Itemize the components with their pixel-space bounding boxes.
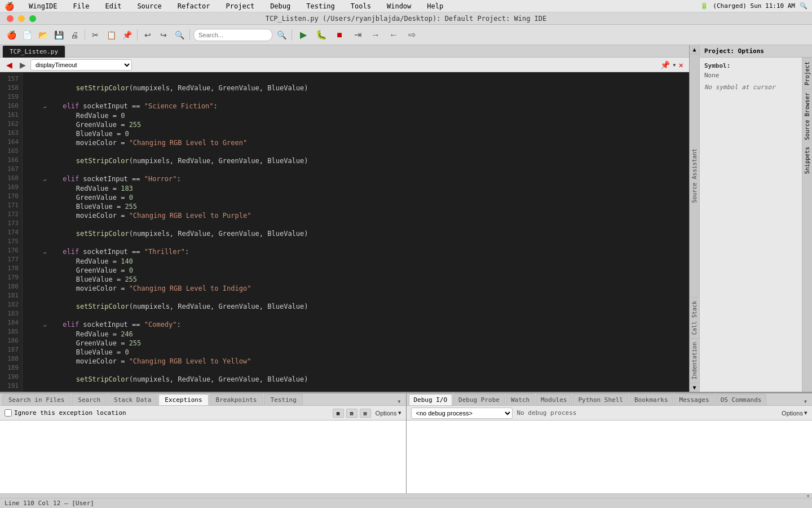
debug-options-chevron-icon: ▾ — [804, 409, 807, 417]
menu-debug[interactable]: Debug — [267, 1, 294, 11]
vtab-call-stack[interactable]: Call Stack — [690, 297, 699, 338]
chevron-down-icon[interactable]: ▾ — [672, 61, 676, 69]
menu-wingide[interactable]: WingIDE — [25, 1, 61, 11]
tab-bookmarks[interactable]: Bookmarks — [629, 394, 673, 405]
separator-2 — [137, 29, 138, 41]
step-into-btn[interactable]: ⇥ — [350, 28, 365, 42]
ex-icon-1[interactable]: ▦ — [333, 409, 344, 418]
undo-btn[interactable]: ↩ — [141, 28, 155, 42]
vtab-source-assistant[interactable]: Source Assistant — [690, 54, 699, 297]
toolbar: 🍎 📄 📂 💾 🖨 ✂ 📋 📌 ↩ ↪ 🔍 🔍 ▶ 🐛 ■ ⇥ → ← ⇨ — [0, 25, 812, 45]
tab-debug-io[interactable]: Debug I/O — [409, 394, 453, 405]
vtab-source-browser[interactable]: Source Browser — [802, 89, 812, 143]
stop-btn[interactable]: ■ — [332, 28, 347, 42]
debug-process-select[interactable]: <no debug process> — [411, 408, 513, 419]
no-symbol-text: No symbol at cursor — [704, 84, 797, 91]
open-file-btn[interactable]: 📂 — [36, 28, 50, 42]
content-area: TCP_Listen.py ◀ ▶ displayTimeout 📌 ▾ ✕ — [0, 45, 812, 392]
scroll-up-icon[interactable]: ▲ — [690, 45, 699, 54]
search-go-btn[interactable]: 🔍 — [275, 28, 288, 42]
menu-tools[interactable]: Tools — [347, 1, 374, 11]
exceptions-options-btn[interactable]: Options ▾ — [376, 409, 401, 417]
menu-window[interactable]: Window — [383, 1, 414, 11]
vtab-snippets[interactable]: Snippets — [802, 143, 812, 177]
debug-toolbar: <no debug process> No debug process Opti… — [407, 406, 813, 421]
ignore-exception-label[interactable]: Ignore this exception location — [5, 409, 126, 417]
menu-testing[interactable]: Testing — [303, 1, 338, 11]
code-text[interactable]: setStripColor(numpixels, RedValue, Green… — [23, 72, 689, 392]
code-editor[interactable]: 157 158 159 160 161 162 163 164 165 166 … — [0, 72, 689, 392]
debug-io-content[interactable] — [407, 421, 813, 493]
options-chevron-icon: ▾ — [398, 409, 401, 417]
tab-testing[interactable]: Testing — [264, 394, 302, 405]
bottom-right-arrow[interactable]: ▾ — [801, 397, 810, 405]
close-button[interactable] — [7, 15, 14, 22]
statusbar: Line 110 Col 12 – [User] — [0, 498, 812, 508]
tab-modules[interactable]: Modules — [536, 394, 572, 405]
minimize-button[interactable] — [18, 15, 25, 22]
tab-python-shell[interactable]: Python Shell — [573, 394, 628, 405]
ex-icon-2[interactable]: ▧ — [346, 409, 358, 418]
search-input[interactable] — [193, 29, 272, 41]
tab-bar: TCP_Listen.py — [0, 45, 689, 58]
toolbar-btn-1[interactable]: 🍎 — [5, 28, 18, 42]
step-over-btn[interactable]: → — [368, 28, 383, 42]
menu-source[interactable]: Source — [134, 1, 165, 11]
search-icon[interactable]: 🔍 — [800, 2, 807, 10]
step-next-btn[interactable]: ⇨ — [404, 28, 420, 42]
vtab-project[interactable]: Project — [802, 58, 812, 89]
separator-1 — [85, 29, 85, 41]
cut-btn[interactable]: ✂ — [89, 28, 102, 42]
debug-btn[interactable]: 🐛 — [314, 28, 329, 42]
nav-back-btn[interactable]: ◀ — [3, 59, 15, 71]
ex-icon-3[interactable]: ▤ — [360, 409, 371, 418]
tab-breakpoints[interactable]: Breakpoints — [210, 394, 263, 405]
menu-file[interactable]: File — [70, 1, 93, 11]
menu-edit[interactable]: Edit — [102, 1, 125, 11]
bottom-scrollbar[interactable]: ▾ — [0, 493, 812, 498]
status-text: Line 110 Col 12 – [User] — [5, 500, 94, 507]
line-numbers: 157 158 159 160 161 162 163 164 165 166 … — [0, 72, 23, 392]
clock: (Charged) Sun 11:10 AM — [713, 2, 795, 10]
step-out-btn[interactable]: ← — [386, 28, 401, 42]
nav-forward-btn[interactable]: ▶ — [17, 59, 28, 71]
run-btn[interactable]: ▶ — [295, 28, 311, 42]
find-btn[interactable]: 🔍 — [173, 28, 186, 42]
exceptions-icon-group: ▦ ▧ ▤ — [333, 409, 371, 418]
close-editor-icon[interactable]: ✕ — [679, 60, 683, 69]
new-file-btn[interactable]: 📄 — [20, 28, 34, 42]
tab-os-commands[interactable]: OS Commands — [716, 394, 767, 405]
symbol-value: None — [704, 72, 797, 79]
menu-project[interactable]: Project — [223, 1, 258, 11]
maximize-button[interactable] — [29, 15, 36, 22]
tab-tcp-listen[interactable]: TCP_Listen.py — [2, 45, 65, 58]
copy-btn[interactable]: 📋 — [104, 28, 118, 42]
ignore-exception-checkbox[interactable] — [5, 409, 12, 417]
tab-exceptions[interactable]: Exceptions — [158, 394, 208, 405]
bottom-right-panel: Debug I/O Debug Probe Watch Modules Pyth… — [407, 393, 813, 493]
tab-search[interactable]: Search — [72, 394, 107, 405]
paste-btn[interactable]: 📌 — [120, 28, 134, 42]
bottom-left-tabs: Search in Files Search Stack Data Except… — [0, 393, 406, 406]
source-assistant-panel: Project: Options Symbol: None No symbol … — [699, 45, 812, 392]
tab-search-in-files[interactable]: Search in Files — [2, 394, 70, 405]
tab-debug-probe[interactable]: Debug Probe — [453, 394, 505, 405]
exceptions-content[interactable] — [0, 421, 406, 493]
separator-3 — [189, 29, 190, 41]
scroll-down-icon[interactable]: ▼ — [690, 383, 699, 392]
function-dropdown[interactable]: displayTimeout — [30, 59, 132, 71]
pin-icon[interactable]: 📌 — [660, 60, 670, 69]
save-btn[interactable]: 💾 — [52, 28, 65, 42]
bottom-left-arrow[interactable]: ▾ — [395, 397, 403, 405]
print-btn[interactable]: 🖨 — [68, 28, 81, 42]
debug-options-btn[interactable]: Options ▾ — [782, 409, 807, 417]
tab-watch[interactable]: Watch — [506, 394, 535, 405]
menu-refactor[interactable]: Refactor — [174, 1, 214, 11]
apple-menu[interactable]: 🍎 — [5, 2, 14, 11]
redo-btn[interactable]: ↪ — [157, 28, 170, 42]
tab-stack-data[interactable]: Stack Data — [108, 394, 157, 405]
vtab-indentation[interactable]: Indentation — [690, 338, 699, 383]
menu-help[interactable]: Help — [423, 1, 447, 11]
tab-messages[interactable]: Messages — [674, 394, 714, 405]
separator-4 — [292, 29, 292, 41]
